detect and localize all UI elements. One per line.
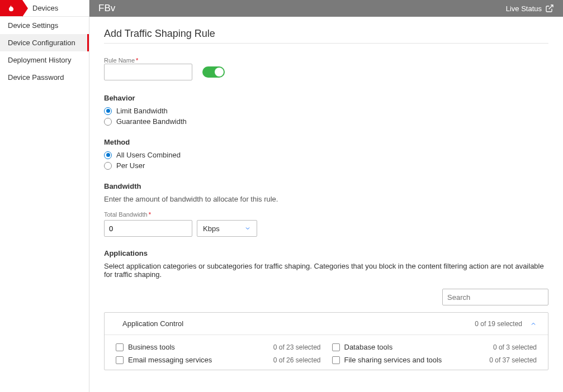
behavior-guarantee-label: Guarantee Bandwidth — [116, 117, 187, 126]
behavior-heading: Behavior — [104, 94, 548, 102]
application-control-header[interactable]: Application Control 0 of 19 selected — [105, 313, 548, 335]
external-link-icon — [545, 4, 554, 13]
device-title: FBv — [98, 3, 115, 14]
method-per-option[interactable]: Per User — [104, 161, 548, 170]
sidebar-item-device-password[interactable]: Device Password — [0, 69, 89, 86]
panel-title: Application Control — [116, 319, 475, 328]
rule-name-input[interactable] — [104, 64, 192, 80]
checkbox-icon — [332, 343, 340, 351]
breadcrumb[interactable]: Devices — [22, 0, 89, 16]
bandwidth-heading: Bandwidth — [104, 182, 548, 190]
bandwidth-unit-select[interactable]: Kbps — [197, 220, 257, 237]
category-grid: Business tools 0 of 23 selected Database… — [105, 335, 548, 370]
live-status-link[interactable]: Live Status — [506, 4, 554, 13]
category-business-tools[interactable]: Business tools 0 of 23 selected — [116, 343, 321, 351]
category-email-messaging[interactable]: Email messaging services 0 of 26 selecte… — [116, 356, 321, 364]
page-title: Add Traffic Shaping Rule — [104, 28, 548, 44]
behavior-limit-option[interactable]: Limit Bandwidth — [104, 107, 548, 115]
bandwidth-hint: Enter the amount of bandwidth to allocat… — [104, 195, 548, 203]
panel-summary: 0 of 19 selected — [475, 320, 522, 328]
radio-icon — [104, 151, 112, 159]
radio-icon — [104, 162, 112, 170]
chevron-up-icon — [530, 321, 537, 327]
chevron-down-icon — [244, 225, 251, 232]
method-all-label: All Users Combined — [116, 151, 181, 159]
application-control-panel: Application Control 0 of 19 selected Bus… — [104, 312, 548, 370]
radio-icon — [104, 107, 112, 115]
applications-heading: Applications — [104, 249, 548, 257]
behavior-guarantee-option[interactable]: Guarantee Bandwidth — [104, 117, 548, 126]
checkbox-icon — [116, 343, 124, 351]
radio-icon — [104, 118, 112, 126]
applications-hint: Select application categories or subcate… — [104, 262, 548, 279]
behavior-limit-label: Limit Bandwidth — [116, 107, 168, 115]
rule-name-label: Rule Name* — [104, 57, 192, 64]
sidebar-nav: Device Settings Device Configuration Dep… — [0, 17, 89, 86]
bandwidth-unit-value: Kbps — [203, 224, 220, 233]
checkbox-icon — [116, 356, 124, 364]
sidebar-item-device-settings[interactable]: Device Settings — [0, 17, 89, 34]
category-file-sharing[interactable]: File sharing services and tools 0 of 37 … — [332, 356, 537, 364]
method-all-option[interactable]: All Users Combined — [104, 151, 548, 159]
checkbox-icon — [332, 356, 340, 364]
category-database-tools[interactable]: Database tools 0 of 3 selected — [332, 343, 537, 351]
sidebar-item-deployment-history[interactable]: Deployment History — [0, 51, 89, 69]
sidebar-item-device-configuration[interactable]: Device Configuration — [0, 34, 89, 51]
rule-enabled-toggle[interactable] — [202, 66, 225, 78]
flame-icon — [7, 4, 15, 13]
applications-search[interactable] — [442, 289, 548, 305]
live-status-label: Live Status — [506, 4, 542, 13]
search-input[interactable] — [447, 293, 541, 302]
method-heading: Method — [104, 138, 548, 146]
total-bandwidth-input[interactable] — [104, 220, 192, 237]
method-per-label: Per User — [116, 161, 145, 170]
brand-logo[interactable] — [0, 0, 22, 16]
topbar: FBv Live Status — [89, 0, 563, 17]
total-bandwidth-label: Total Bandwidth* — [104, 211, 548, 218]
